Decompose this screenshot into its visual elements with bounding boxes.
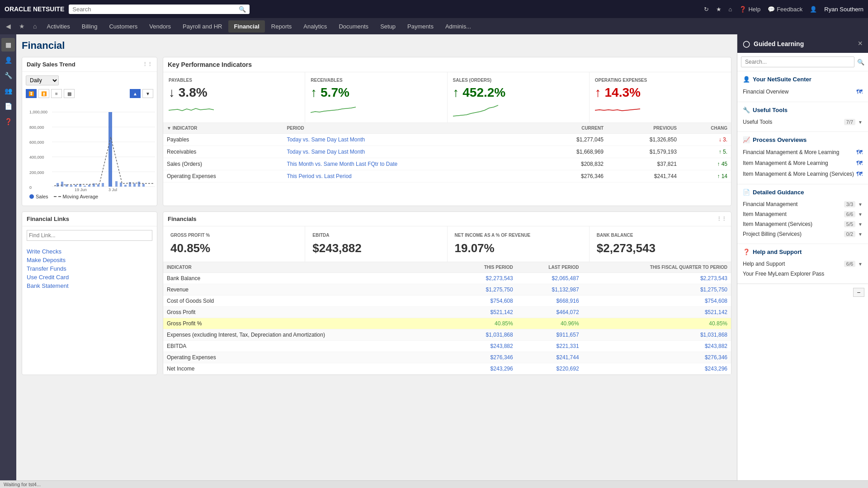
nav-payments[interactable]: Payments [402,20,439,33]
mylearn-item[interactable]: Your Free MyLearn Explorer Pass [743,269,863,279]
chart-icon-area[interactable]: ⏫ [38,89,49,98]
back-icon[interactable]: ◀ [2,20,14,33]
fin-row-exp-this[interactable]: $1,031,868 [453,329,517,341]
period-select[interactable]: Daily Weekly Monthly [26,75,59,85]
guidance-item-im[interactable]: Item Management 6/6 ▼ [743,209,863,219]
fin-row-opex-last[interactable]: $241,744 [517,352,583,363]
fin-row-cogs-this[interactable]: $754,608 [453,296,517,307]
fin-row-ebitda-quarter[interactable]: $243,882 [583,341,731,352]
kpi-row-sales-period[interactable]: This Month vs. Same Month Last FQtr to D… [283,158,534,170]
nav-reports[interactable]: Reports [266,20,297,33]
collapse-button[interactable]: – [853,288,864,297]
nav-customers[interactable]: Customers [104,20,143,33]
fin-row-exp-last[interactable]: $911,657 [517,329,583,341]
chevron-down-pb: ▼ [858,232,863,237]
link-bank-statement[interactable]: Bank Statement [27,282,152,290]
kpi-payables-label: PAYABLES [169,78,299,83]
help-btn[interactable]: ❓ Help [739,6,760,13]
favorites-icon[interactable]: ★ [15,20,28,33]
process-item-3[interactable]: Item Management & More Learning (Service… [743,169,863,179]
fin-row-exp-quarter[interactable]: $1,031,868 [583,329,731,341]
find-link-input[interactable] [27,230,152,241]
fin-row-opex-quarter[interactable]: $276,346 [583,352,731,363]
chart-icon-zoom-out[interactable]: ▼ [142,89,153,98]
fin-row-rev-last[interactable]: $1,132,987 [517,284,583,296]
link-make-deposits[interactable]: Make Deposits [27,256,152,264]
nav-payroll[interactable]: Payroll and HR [177,20,227,33]
fin-row-ni-last[interactable]: $220,692 [517,363,583,375]
svg-rect-19 [84,186,86,187]
fin-gp-label: GROSS PROFIT % [170,233,297,238]
chart-icon-zoom-in[interactable]: ▲ [130,89,141,98]
fin-row-ni-this[interactable]: $243,296 [453,363,517,375]
fin-row-gp-last[interactable]: $464,072 [517,307,583,318]
fin-row-cogs-quarter[interactable]: $754,608 [583,296,731,307]
fin-row-ebitda-last[interactable]: $221,331 [517,341,583,352]
fin-row-bank-quarter[interactable]: $2,273,543 [583,273,731,284]
feedback-btn[interactable]: 💬 Feedback [768,6,802,13]
fin-row-gppct-this[interactable]: 40.85% [453,318,517,329]
fin-row-gppct-last[interactable]: 40.96% [517,318,583,329]
fin-row-bank-last[interactable]: $2,065,487 [517,273,583,284]
svg-rect-16 [70,185,72,187]
kpi-row-recv-period[interactable]: Today vs. Same Day Last Month [283,146,534,158]
fin-row-gp-quarter[interactable]: $521,142 [583,307,731,318]
guided-search-icon[interactable]: 🔍 [857,59,864,66]
find-link-section [22,226,157,244]
user-icon[interactable]: 👤 [810,6,817,13]
svg-text:1,000,000: 1,000,000 [29,110,47,114]
kpi-row-payables-period[interactable]: Today vs. Same Day Last Month [283,134,534,146]
nav-setup[interactable]: Setup [375,20,401,33]
chart-icon-bar[interactable]: ▩ [64,89,75,98]
nav-financial[interactable]: Financial [228,20,264,33]
useful-tools-item[interactable]: Useful Tools 7/7 ▼ [743,117,863,127]
side-icon-doc[interactable]: 📄 [1,99,15,113]
fin-row-cogs-last[interactable]: $668,916 [517,296,583,307]
side-icon-question[interactable]: ❓ [1,115,15,128]
nav-admin[interactable]: Adminis... [440,20,476,33]
side-icon-wrench[interactable]: 🔧 [1,69,15,82]
chart-icon-line[interactable]: ⏬ [26,89,37,98]
process-item-2[interactable]: Item Management & More Learning 🗺 [743,158,863,169]
guided-close-button[interactable]: × [858,39,863,48]
fin-row-opex-this[interactable]: $276,346 [453,352,517,363]
fin-links-list: Write Checks Make Deposits Transfer Fund… [22,244,157,293]
nav-home-icon[interactable]: ⌂ [29,20,40,33]
link-write-checks[interactable]: Write Checks [27,247,152,256]
guidance-im-badge: 6/6 [844,211,855,217]
guidance-item-ims[interactable]: Item Management (Services) 5/5 ▼ [743,219,863,229]
refresh-icon[interactable]: ↻ [704,6,709,13]
nav-documents[interactable]: Documents [333,20,374,33]
guided-search-input[interactable] [741,56,854,67]
search-input[interactable] [72,6,236,13]
nav-vendors[interactable]: Vendors [144,20,176,33]
fin-row-rev-quarter[interactable]: $1,275,750 [583,284,731,296]
fin-row-gp-this[interactable]: $521,142 [453,307,517,318]
fin-row-bank-this[interactable]: $2,273,543 [453,273,517,284]
side-icon-users[interactable]: 👥 [1,84,15,98]
fin-row-ebitda-this[interactable]: $243,882 [453,341,517,352]
nav-analytics[interactable]: Analytics [298,20,332,33]
home-icon[interactable]: ⌂ [729,6,732,13]
side-icon-grid[interactable]: ▦ [1,38,15,52]
nav-activities[interactable]: Activities [41,20,75,33]
search-bar[interactable]: 🔍 [69,5,250,14]
fin-row-gppct-quarter[interactable]: 40.85% [583,318,731,329]
star-icon[interactable]: ★ [716,6,722,13]
nav-billing[interactable]: Billing [76,20,103,33]
link-credit-card[interactable]: Use Credit Card [27,273,152,282]
help-support-item[interactable]: Help and Support 6/6 ▼ [743,259,863,269]
process-item-1[interactable]: Financial Management & More Learning 🗺 [743,147,863,158]
netsuite-center-section: 👤 Your NetSuite Center Financial Overvie… [737,71,868,102]
kpi-row-opex-period[interactable]: This Period vs. Last Period [283,170,534,183]
fin-row-ni-quarter[interactable]: $243,296 [583,363,731,375]
chart-area: 0 200,000 400,000 600,000 800,000 1,000,… [29,101,150,191]
fin-row-rev-this[interactable]: $1,275,750 [453,284,517,296]
link-transfer-funds[interactable]: Transfer Funds [27,264,152,273]
ds-select: Daily Weekly Monthly [26,75,153,85]
financial-overview-item[interactable]: Financial Overview 🗺 [743,86,863,97]
chart-icon-table[interactable]: ≡ [51,89,62,98]
guidance-item-pb[interactable]: Project Billing (Services) 0/2 ▼ [743,229,863,239]
side-icon-person[interactable]: 👤 [1,53,15,67]
guidance-item-fm[interactable]: Financial Management 3/3 ▼ [743,199,863,209]
